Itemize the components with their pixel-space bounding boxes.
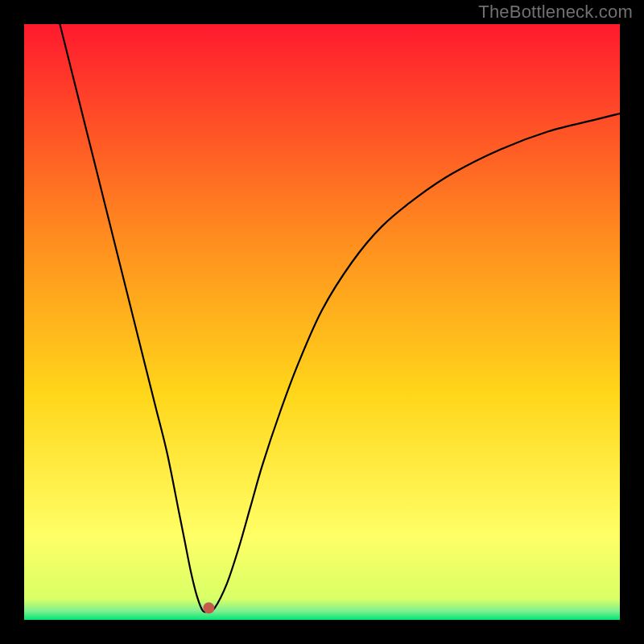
chart-frame: TheBottleneck.com <box>0 0 644 644</box>
plot-area <box>24 24 620 620</box>
optimum-marker <box>203 602 214 613</box>
chart-background <box>24 24 620 620</box>
chart-svg <box>24 24 620 620</box>
watermark-text: TheBottleneck.com <box>478 2 633 23</box>
